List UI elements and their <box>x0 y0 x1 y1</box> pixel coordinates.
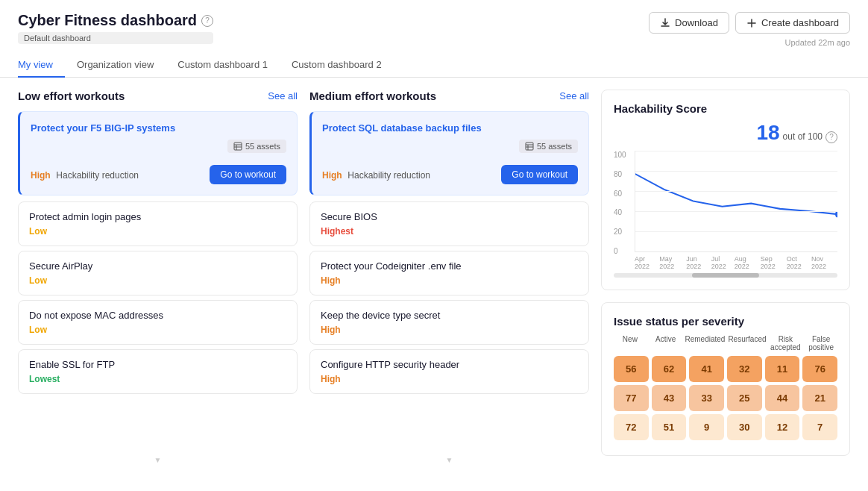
low-featured-severity: High <box>31 170 51 181</box>
medium-featured-assets: 55 assets <box>519 140 578 153</box>
list-item[interactable]: Configure HTTP security header High <box>309 349 589 394</box>
title-area: Cyber Fitness dashboard ? Default dashbo… <box>18 12 213 44</box>
severity-cell: 32 <box>727 356 762 382</box>
download-button[interactable]: Download <box>649 12 729 34</box>
page-title: Cyber Fitness dashboard <box>18 12 197 29</box>
medium-featured-title[interactable]: Protect SQL database backup files <box>322 122 578 134</box>
grid-line <box>635 151 837 151</box>
medium-effort-col: Medium effort workouts See all Protect S… <box>309 90 589 467</box>
severity-cell: 33 <box>689 385 724 411</box>
score-out-of: out of 100 <box>783 131 823 142</box>
severity-cell: 43 <box>652 385 687 411</box>
severity-cell: 12 <box>765 414 800 440</box>
tab-org-view[interactable]: Organization view <box>65 53 166 78</box>
severity-cell: 77 <box>614 385 649 411</box>
severity-cell: 72 <box>614 414 649 440</box>
tab-custom-2[interactable]: Custom dashboard 2 <box>280 53 394 78</box>
tabs: My view Organization view Custom dashboa… <box>0 53 868 78</box>
chart-scrollbar[interactable] <box>614 273 837 278</box>
severity-cell: 7 <box>802 414 837 440</box>
severity-cell: 41 <box>689 356 724 382</box>
scroll-down-indicator: ▼ <box>18 453 298 467</box>
create-dashboard-button[interactable]: Create dashboard <box>735 12 850 34</box>
severity-cell: 56 <box>614 356 649 382</box>
severity-row-2: 77 43 33 25 44 21 <box>614 385 837 411</box>
severity-headers: New Active Remediated Resurfaced Risk ac… <box>614 335 837 351</box>
low-effort-list: Protect admin login pages Low Secure Air… <box>18 201 298 453</box>
hackability-col: Hackability Score 18 out of 100 ? 100 80… <box>601 90 850 467</box>
low-effort-header: Low effort workouts See all <box>18 90 298 102</box>
medium-effort-list: Secure BIOS Highest Protect your Codeign… <box>309 201 589 453</box>
low-featured-title[interactable]: Protect your F5 BIG-IP systems <box>31 122 286 134</box>
grid-line <box>635 171 837 172</box>
table-icon <box>233 142 242 151</box>
list-item[interactable]: Secure BIOS Highest <box>309 201 589 246</box>
severity-cell: 62 <box>652 356 687 382</box>
svg-rect-0 <box>234 143 242 150</box>
grid-line <box>635 231 837 232</box>
line-chart-svg <box>635 151 837 251</box>
severity-cell: 11 <box>765 356 800 382</box>
chart-x-labels: Apr 2022 May 2022 Jun 2022 Jul 2022 Aug … <box>635 255 837 270</box>
severity-cell: 76 <box>802 356 837 382</box>
info-icon[interactable]: ? <box>201 15 213 27</box>
svg-point-8 <box>835 211 837 217</box>
medium-featured-severity: High <box>322 170 342 181</box>
low-effort-see-all[interactable]: See all <box>268 90 298 101</box>
low-featured-assets: 55 assets <box>227 140 286 153</box>
severity-cell: 51 <box>652 414 687 440</box>
tab-custom-1[interactable]: Custom dashboard 1 <box>166 53 280 78</box>
top-bar: Cyber Fitness dashboard ? Default dashbo… <box>0 0 868 47</box>
chart-inner <box>635 151 837 252</box>
plus-icon <box>746 18 757 28</box>
list-item[interactable]: Keep the device type secret High <box>309 300 589 345</box>
list-item[interactable]: Protect your Codeigniter .env file High <box>309 251 589 295</box>
list-item[interactable]: Enable SSL for FTP Lowest <box>18 349 298 394</box>
medium-effort-title: Medium effort workouts <box>309 90 436 102</box>
medium-featured-go-btn[interactable]: Go to workout <box>501 165 578 184</box>
download-icon <box>660 18 670 28</box>
updated-text: Updated 22m ago <box>785 38 850 47</box>
grid-line <box>635 211 837 212</box>
table-icon <box>525 142 534 151</box>
default-badge: Default dashboard <box>18 32 213 44</box>
severity-row-1: 56 62 41 32 11 76 <box>614 356 837 382</box>
severity-cell: 21 <box>802 385 837 411</box>
main-content: Low effort workouts See all Protect your… <box>0 78 868 479</box>
severity-title: Issue status per severity <box>614 315 837 328</box>
severity-cell: 44 <box>765 385 800 411</box>
scroll-down-indicator-med: ▼ <box>309 453 589 467</box>
hackability-chart: 100 80 60 40 20 0 <box>614 151 837 270</box>
low-effort-featured: Protect your F5 BIG-IP systems 55 assets… <box>18 111 298 196</box>
severity-row-3: 72 51 9 30 12 7 <box>614 414 837 440</box>
header-actions: Download Create dashboard <box>649 12 850 34</box>
medium-effort-header: Medium effort workouts See all <box>309 90 589 102</box>
severity-cell: 9 <box>689 414 724 440</box>
hackability-score: 18 <box>756 121 779 145</box>
severity-cell: 25 <box>727 385 762 411</box>
severity-card: Issue status per severity New Active Rem… <box>601 302 850 456</box>
list-item[interactable]: Protect admin login pages Low <box>18 201 298 246</box>
hackability-title: Hackability Score <box>614 102 837 115</box>
tab-my-view[interactable]: My view <box>18 53 65 78</box>
low-featured-hackability: Hackability reduction <box>56 170 139 181</box>
list-item[interactable]: Secure AirPlay Low <box>18 251 298 295</box>
medium-featured-hackability: Hackability reduction <box>347 170 430 181</box>
hackability-card: Hackability Score 18 out of 100 ? 100 80… <box>601 90 850 290</box>
score-info-icon[interactable]: ? <box>825 131 837 143</box>
list-item[interactable]: Do not expose MAC addresses Low <box>18 300 298 345</box>
chart-scroll-thumb[interactable] <box>692 273 759 278</box>
low-effort-col: Low effort workouts See all Protect your… <box>18 90 298 467</box>
chart-y-labels: 100 80 60 40 20 0 <box>614 151 632 255</box>
svg-rect-4 <box>526 143 533 150</box>
low-featured-go-btn[interactable]: Go to workout <box>210 165 286 184</box>
medium-effort-featured: Protect SQL database backup files 55 ass… <box>309 111 589 196</box>
severity-cell: 30 <box>727 414 762 440</box>
low-effort-title: Low effort workouts <box>18 90 125 102</box>
medium-effort-see-all[interactable]: See all <box>559 90 589 101</box>
grid-line <box>635 191 837 192</box>
